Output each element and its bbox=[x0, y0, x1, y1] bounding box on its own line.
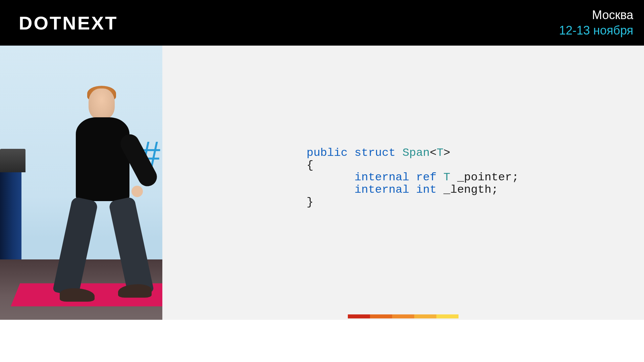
code-keyword: ref bbox=[416, 171, 436, 184]
event-logo: DOTNEXT bbox=[19, 12, 118, 34]
speaker-video-feed: # bbox=[0, 46, 162, 320]
footer-blank bbox=[0, 320, 644, 362]
code-brace: { bbox=[307, 159, 313, 172]
header-bar: DOTNEXT Москва 12-13 ноября bbox=[0, 0, 644, 46]
speaker-shoe-left bbox=[60, 288, 95, 302]
event-date: 12-13 ноября bbox=[559, 23, 633, 38]
podium-top bbox=[0, 149, 25, 172]
body-area: # public struct Span<T> { internal ref T… bbox=[0, 46, 644, 320]
code-keyword: int bbox=[416, 183, 436, 196]
speaker-leg-left bbox=[53, 196, 99, 297]
accent-segment bbox=[436, 314, 459, 318]
event-city: Москва bbox=[559, 8, 633, 22]
code-keyword: internal bbox=[355, 171, 409, 184]
code-punct: < bbox=[430, 146, 436, 159]
speaker-legs bbox=[69, 199, 140, 300]
code-identifier: _length; bbox=[443, 183, 498, 196]
accent-segment bbox=[392, 314, 414, 318]
speaker-shoe-right bbox=[118, 284, 152, 298]
speaker-figure bbox=[57, 88, 144, 303]
accent-segment bbox=[414, 314, 436, 318]
slide-content: public struct Span<T> { internal ref T _… bbox=[162, 46, 644, 320]
speaker-torso bbox=[76, 117, 129, 201]
speaker-head bbox=[89, 88, 115, 119]
speaker-hand bbox=[131, 186, 143, 197]
accent-segment bbox=[370, 314, 392, 318]
slide-accent-strip bbox=[348, 314, 459, 318]
code-keyword: internal bbox=[355, 183, 409, 196]
code-keyword: struct bbox=[355, 146, 395, 159]
code-keyword: public bbox=[307, 146, 347, 159]
code-identifier: _pointer; bbox=[457, 171, 519, 184]
code-snippet: public struct Span<T> { internal ref T _… bbox=[307, 147, 519, 208]
code-punct: > bbox=[443, 146, 450, 159]
code-generic: T bbox=[437, 146, 443, 159]
accent-segment bbox=[348, 314, 370, 318]
code-brace: } bbox=[307, 196, 313, 208]
code-type: T bbox=[443, 171, 450, 184]
speaker-leg-right bbox=[108, 196, 154, 297]
code-type: Span bbox=[402, 146, 430, 159]
podium bbox=[0, 172, 21, 266]
header-meta: Москва 12-13 ноября bbox=[559, 8, 633, 38]
